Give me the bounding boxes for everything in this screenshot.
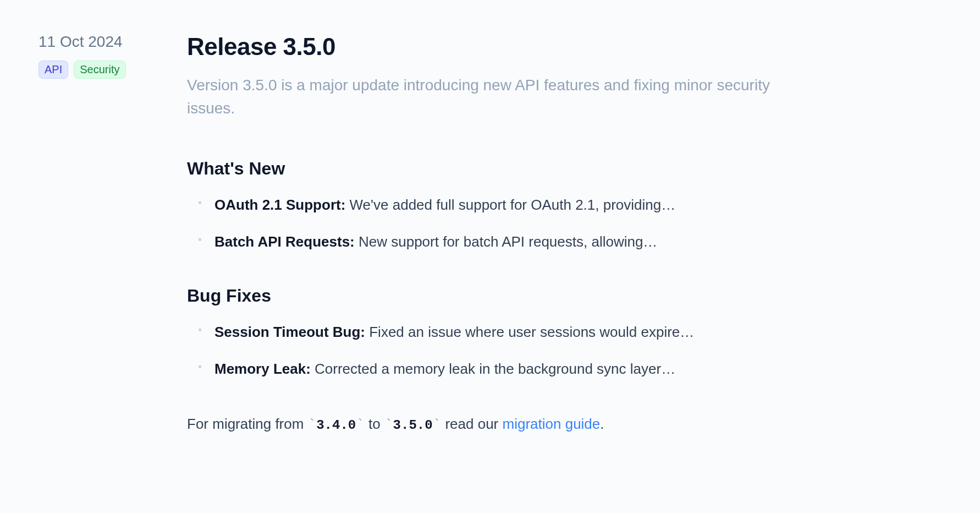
footer-prefix: For migrating from: [187, 416, 308, 432]
release-description: Version 3.5.0 is a major update introduc…: [187, 74, 808, 120]
item-text: Corrected a memory leak in the backgroun…: [311, 361, 675, 377]
item-text: New support for batch API requests, allo…: [355, 233, 658, 250]
list-item: Session Timeout Bug: Fixed an issue wher…: [187, 321, 808, 343]
release-title: Release 3.5.0: [187, 33, 808, 61]
item-text: Fixed an issue where user sessions would…: [365, 324, 694, 340]
list-item: Memory Leak: Corrected a memory leak in …: [187, 358, 808, 380]
section-heading: Bug Fixes: [187, 286, 808, 306]
bug-fixes-list: Session Timeout Bug: Fixed an issue wher…: [187, 321, 808, 380]
item-title: Session Timeout Bug:: [214, 324, 365, 340]
backtick-icon: `: [433, 417, 442, 433]
item-title: Memory Leak:: [214, 361, 311, 377]
list-item: OAuth 2.1 Support: We've added full supp…: [187, 194, 808, 216]
tag-security[interactable]: Security: [74, 61, 125, 79]
item-title: OAuth 2.1 Support:: [214, 197, 345, 213]
footer-end: .: [600, 416, 604, 432]
section-heading: What's New: [187, 159, 808, 179]
whats-new-list: OAuth 2.1 Support: We've added full supp…: [187, 194, 808, 253]
version-code-to: 3.5.0: [393, 418, 433, 433]
tag-api[interactable]: API: [38, 61, 68, 79]
item-title: Batch API Requests:: [214, 233, 355, 250]
whats-new-section: What's New OAuth 2.1 Support: We've adde…: [187, 159, 808, 253]
footer-suffix: read our: [441, 416, 502, 432]
backtick-icon: `: [308, 417, 317, 433]
version-code-from: 3.4.0: [316, 418, 356, 433]
backtick-icon: `: [384, 417, 393, 433]
footer-middle: to: [365, 416, 384, 432]
release-sidebar: 11 Oct 2024 API Security: [38, 33, 148, 437]
release-date: 11 Oct 2024: [38, 33, 148, 51]
migration-note: For migrating from `3.4.0` to `3.5.0` re…: [187, 413, 808, 437]
list-item: Batch API Requests: New support for batc…: [187, 231, 808, 253]
bug-fixes-section: Bug Fixes Session Timeout Bug: Fixed an …: [187, 286, 808, 380]
release-tags: API Security: [38, 61, 148, 79]
backtick-icon: `: [356, 417, 365, 433]
release-content: Release 3.5.0 Version 3.5.0 is a major u…: [187, 33, 808, 437]
item-text: We've added full support for OAuth 2.1, …: [345, 197, 675, 213]
migration-guide-link[interactable]: migration guide: [503, 416, 601, 432]
